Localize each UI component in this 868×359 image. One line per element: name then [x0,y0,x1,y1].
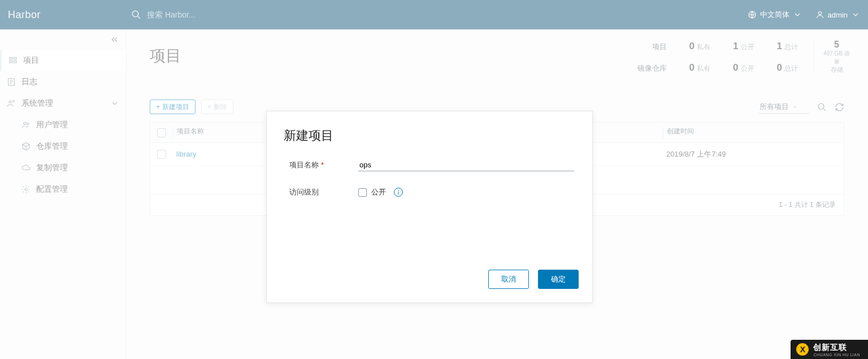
search-input[interactable] [147,10,316,19]
chevron-down-icon [793,10,802,19]
storage-card: 5 497 GB 容量 存储 [814,40,852,74]
project-name-input[interactable] [358,159,574,171]
sidebar-item-label: 复制管理 [36,163,68,173]
sidebar-item-label: 日志 [21,77,37,87]
select-all-checkbox[interactable] [157,128,166,137]
sidebar-item-projects[interactable]: 项目 [0,50,126,71]
new-project-modal: 新建项目 项目名称* 访问级别 公开 i 取消 确定 [266,111,593,303]
chevron-down-icon [792,104,798,110]
stats-cell: 0私有 [689,41,710,52]
stats-cell: 1公开 [733,41,754,52]
svg-rect-3 [10,58,12,59]
svg-point-12 [25,188,27,191]
watermark: X 创新互联 CHUANG XIN HU LIAN [791,340,868,359]
svg-point-0 [132,11,138,17]
row-checkbox[interactable] [157,150,166,159]
cancel-button[interactable]: 取消 [488,270,529,289]
sidebar-item-repositories[interactable]: 仓库管理 [0,136,126,157]
sidebar-item-label: 用户管理 [36,120,68,130]
sidebar-item-users[interactable]: 用户管理 [0,114,126,136]
stats-cell: 0公开 [733,62,754,73]
svg-rect-6 [14,61,16,63]
sidebar-item-logs[interactable]: 日志 [0,71,126,93]
stats-row-label: 镜像仓库 [637,63,667,73]
admin-icon [7,99,16,108]
brand-logo: Harbor [8,9,41,21]
stats-panel: 项目 0私有 1公开 1总计 镜像仓库 0私有 0公开 0总计 5 497 GB… [637,40,852,74]
chevron-down-icon [851,10,860,19]
sidebar-item-config[interactable]: 配置管理 [0,179,126,200]
cloud-icon [21,163,31,172]
confirm-button[interactable]: 确定 [538,270,579,289]
project-name-label: 项目名称* [289,160,358,170]
col-header-created[interactable]: 创建时间 [663,127,832,139]
cube-icon [21,142,31,151]
new-project-button[interactable]: + 新建项目 [150,100,196,114]
stats-cell: 0总计 [777,62,798,73]
svg-point-8 [9,101,11,103]
svg-point-2 [818,12,821,15]
double-chevron-left-icon [110,35,119,44]
project-link[interactable]: library [176,150,196,158]
sidebar-collapse-toggle[interactable] [0,29,126,50]
language-switcher[interactable]: 中文简体 [748,10,802,20]
svg-point-10 [24,122,26,124]
stats-cell: 1总计 [777,41,798,52]
sidebar-item-label: 仓库管理 [36,141,68,152]
user-menu[interactable]: admin [815,10,860,19]
project-filter-dropdown[interactable]: 所有项目 [758,101,809,114]
global-search[interactable] [131,10,748,20]
globe-icon [748,10,757,19]
modal-title: 新建项目 [267,111,592,144]
access-level-label: 访问级别 [289,187,358,197]
refresh-icon[interactable] [835,102,844,112]
sidebar-item-label: 项目 [23,55,39,66]
delete-button[interactable]: × 删除 [201,100,233,114]
chevron-down-icon [110,99,119,108]
sidebar-item-replication[interactable]: 复制管理 [0,157,126,179]
cell-created: 2019/8/7 上午7:49 [663,149,832,159]
svg-rect-4 [14,58,16,59]
plus-icon: + [156,103,160,111]
public-checkbox[interactable] [358,188,367,197]
svg-point-13 [818,103,824,109]
svg-rect-5 [10,61,12,63]
search-icon [131,10,141,20]
app-header: Harbor 中文简体 admin [0,0,868,29]
search-icon[interactable] [817,102,827,112]
gear-icon [21,185,31,194]
info-icon[interactable]: i [394,188,403,197]
watermark-logo-icon: X [796,343,809,356]
sidebar-item-label: 配置管理 [36,184,68,194]
svg-point-9 [13,101,15,102]
public-checkbox-label: 公开 [371,187,386,197]
logs-icon [7,77,16,86]
sidebar: 项目 日志 系统管理 用户管理 仓库管理 复制管理 配置管理 [0,29,127,359]
sidebar-item-label: 系统管理 [21,98,53,109]
stats-row-label: 项目 [637,42,667,52]
projects-icon [8,56,18,65]
user-icon [815,10,824,19]
x-icon: × [207,103,211,111]
stats-cell: 0私有 [689,62,710,73]
svg-point-11 [27,123,29,124]
sidebar-item-admin[interactable]: 系统管理 [0,93,126,114]
users-icon [21,120,31,129]
